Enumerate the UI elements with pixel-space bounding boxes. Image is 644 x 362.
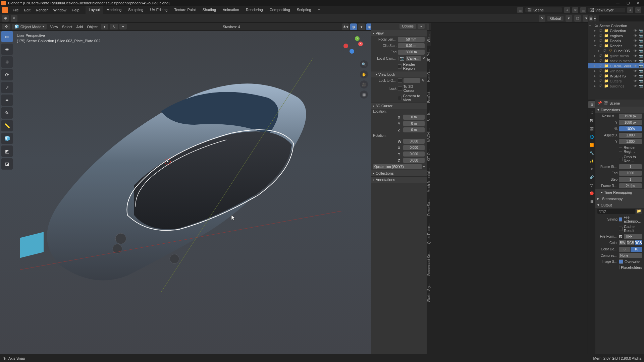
localcam-check[interactable] — [398, 56, 398, 61]
3d-viewport[interactable]: User Perspective (175) Scene Collection … — [0, 31, 371, 354]
outliner-item[interactable]: ▸☑📁win bars👁📷 — [588, 68, 644, 73]
blender-icon[interactable] — [2, 7, 8, 13]
placeholders-check[interactable] — [619, 265, 620, 269]
frame-step-field[interactable]: 1 — [619, 177, 642, 182]
toolsettings-icon[interactable]: ▾ — [101, 24, 108, 29]
outliner-item[interactable]: ▸☑📁INSERTS👁📷 — [588, 73, 644, 78]
locktoobj-eyedrop-icon[interactable]: ✎ — [422, 78, 425, 83]
cache-check[interactable] — [619, 227, 623, 231]
menu-help[interactable]: Help — [69, 6, 82, 14]
npanel-tab-9[interactable]: Quad Reme… — [427, 219, 431, 247]
ortho-icon[interactable]: ▦ — [360, 90, 368, 99]
scene-browse-icon[interactable]: ☰ — [517, 7, 523, 13]
viewmenu-object[interactable]: Object — [85, 25, 100, 29]
transform-tool[interactable]: ✦ — [1, 95, 13, 106]
outliner-search[interactable] — [599, 15, 644, 21]
output-path-field[interactable]: /tmp\ — [597, 209, 635, 214]
output-header[interactable]: ▾Output — [595, 202, 644, 208]
cursor-rot-w[interactable]: 0.000 — [403, 139, 425, 144]
outliner-item[interactable]: ▾☑📁Render👁📷 — [588, 43, 644, 48]
tab-animation[interactable]: Animation — [219, 6, 243, 14]
npanel-tab-6[interactable]: KIT O… — [427, 146, 431, 165]
select-box-tool[interactable]: ▭ — [1, 31, 13, 42]
viewlayer-browse-icon[interactable]: ☰ — [580, 7, 586, 13]
aspect-x-field[interactable]: 1.000 — [619, 133, 642, 138]
locktoobj-check[interactable] — [398, 78, 402, 83]
outliner-root[interactable]: ▾🗂Scene Collection — [588, 23, 644, 28]
menu-render[interactable]: Render — [33, 6, 51, 14]
render-region-check[interactable] — [398, 64, 402, 69]
npanel-tab-3[interactable]: BoxCut… — [427, 85, 431, 106]
proptab-object[interactable]: 🟧 — [588, 141, 595, 148]
tab-layout[interactable]: Layout — [86, 6, 103, 14]
scale-tool[interactable]: ⤢ — [1, 82, 13, 93]
npanel-tab-8[interactable]: PowerSa… — [427, 195, 431, 219]
outliner-item[interactable]: ▸☑📁engines👁📷 — [588, 33, 644, 38]
tab-texturepaint[interactable]: Texture Paint — [171, 6, 199, 14]
npanel-tab-2[interactable]: HardO… — [427, 65, 431, 85]
cursor-pivot-icon[interactable]: ⊕ — [2, 15, 9, 22]
viewlayer-delete-button[interactable]: ✕ — [635, 7, 641, 13]
scene-new-button[interactable]: + — [564, 7, 570, 13]
proptab-particles[interactable]: ✨ — [588, 157, 595, 165]
res-x-field[interactable]: 1920 px — [619, 114, 642, 119]
outliner-item[interactable]: ▸☑📁guide mesh👁📷 — [588, 53, 644, 58]
cursor-rot-y[interactable]: 0.000 — [403, 152, 425, 157]
addon-tool-1[interactable]: ◩ — [1, 145, 13, 157]
axis-y-pos[interactable]: Y — [355, 36, 360, 41]
tab-modeling[interactable]: Modeling — [103, 6, 125, 14]
outliner-item[interactable]: ▸☑📁Decals👁📷 — [588, 38, 644, 43]
color-mode-seg[interactable]: BWRGBRGB — [619, 240, 642, 245]
zoom-icon[interactable]: 🔍 — [360, 60, 368, 68]
localcam-field[interactable]: Came… — [406, 56, 421, 61]
frame-rate-field[interactable]: 24 fps — [619, 183, 642, 188]
color-depth-seg[interactable]: 816 — [619, 247, 642, 252]
nav-gizmo[interactable]: X Y — [343, 34, 364, 54]
res-y-field[interactable]: 1080 px — [619, 120, 642, 125]
orientation-icon[interactable]: ⤧ — [539, 15, 545, 22]
overwrite-check[interactable] — [619, 259, 623, 264]
scene-delete-button[interactable]: ✕ — [572, 7, 578, 13]
cursor-loc-z[interactable]: 0 m — [403, 127, 425, 132]
npanel-tab-4[interactable]: Batch… — [427, 106, 431, 125]
tab-shading[interactable]: Shading — [199, 6, 219, 14]
proptab-world[interactable]: 🌐 — [588, 133, 595, 140]
pivot-icon[interactable]: ◎ — [574, 15, 581, 22]
npanel-tab-0[interactable]: Vie… — [427, 31, 431, 46]
lock-cam-check[interactable] — [398, 96, 401, 100]
gizmo-dd-icon[interactable]: ▾ — [358, 23, 365, 30]
outliner-view-dd[interactable]: ▾ — [594, 15, 596, 21]
time-remap-header[interactable]: ▸Time Remapping — [595, 189, 644, 195]
proptab-output[interactable]: 🖨 — [588, 109, 595, 116]
outliner-item[interactable]: ▸☑▽Cube.005👁📷 — [588, 48, 644, 53]
outliner-display-icon[interactable]: ☰ — [589, 15, 593, 21]
annotate-tool[interactable]: ✎ — [1, 107, 13, 119]
outliner-item[interactable]: ▸☑📁backup mesh👁📷 — [588, 58, 644, 63]
measure-tool[interactable]: 📏 — [1, 120, 13, 131]
tab-scripting[interactable]: Scripting — [293, 6, 315, 14]
tab-add-button[interactable]: + — [315, 6, 324, 14]
proptab-physics[interactable]: ⚛ — [588, 165, 595, 173]
file-ext-check[interactable] — [619, 217, 622, 222]
frame-start-field[interactable]: 1 — [619, 164, 642, 169]
file-format-select[interactable]: TIFF — [624, 234, 642, 239]
pan-icon[interactable]: ✋ — [360, 70, 368, 78]
view-section-header[interactable]: ▾View — [371, 30, 427, 36]
npanel-tab-5[interactable]: MACHI… — [427, 125, 431, 145]
axis-x-neg[interactable] — [343, 44, 348, 48]
orientation-select[interactable]: Global — [547, 16, 564, 21]
viewmenu-select[interactable]: Select — [60, 25, 74, 29]
proptab-render[interactable]: 🖥 — [588, 101, 595, 108]
aspect-y-field[interactable]: 1.000 — [619, 139, 642, 144]
dimensions-header[interactable]: ▾Dimensions — [595, 107, 644, 113]
npanel-tab-1[interactable]: 3D-Pri… — [427, 46, 431, 65]
crop-check[interactable] — [619, 157, 623, 161]
orientation-dd[interactable]: ▾ — [566, 15, 572, 22]
npanel-tab-10[interactable]: Screencast Ke… — [427, 247, 431, 279]
visibility-dd-icon[interactable]: 👁▾ — [342, 23, 349, 30]
options-dd[interactable]: ▾ — [418, 24, 425, 29]
menu-window[interactable]: Window — [51, 6, 69, 14]
res-pct-field[interactable]: 100% — [619, 126, 642, 131]
locktoobj-field[interactable] — [404, 78, 420, 83]
window-maximize-button[interactable]: ▢ — [623, 1, 633, 5]
